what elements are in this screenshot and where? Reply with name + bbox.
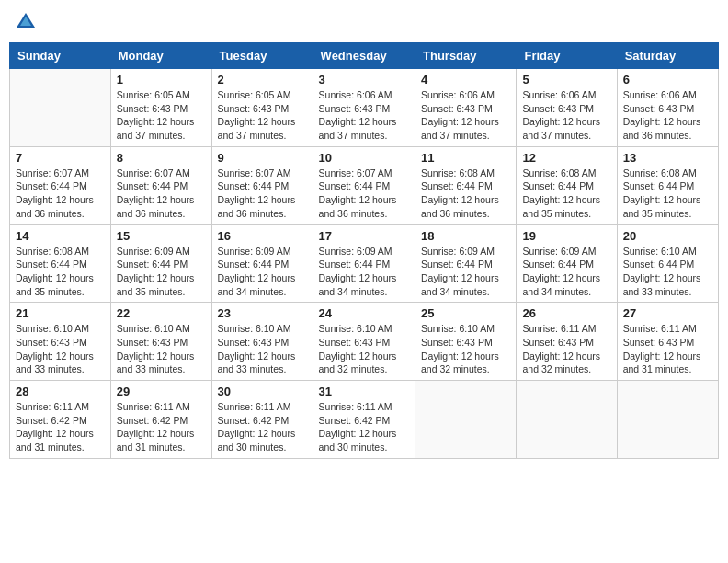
calendar-cell: 13Sunrise: 6:08 AM Sunset: 6:44 PM Dayli… bbox=[617, 146, 718, 224]
day-number: 31 bbox=[319, 385, 409, 398]
day-info: Sunrise: 6:10 AM Sunset: 6:43 PM Dayligh… bbox=[218, 322, 307, 376]
calendar-cell bbox=[617, 381, 718, 459]
day-info: Sunrise: 6:07 AM Sunset: 6:44 PM Dayligh… bbox=[117, 167, 206, 221]
day-number: 16 bbox=[218, 229, 307, 243]
day-info: Sunrise: 6:06 AM Sunset: 6:43 PM Dayligh… bbox=[623, 88, 712, 143]
day-info: Sunrise: 6:10 AM Sunset: 6:43 PM Dayligh… bbox=[319, 322, 409, 376]
day-number: 15 bbox=[117, 229, 206, 243]
day-number: 21 bbox=[16, 306, 105, 320]
day-info: Sunrise: 6:09 AM Sunset: 6:44 PM Dayligh… bbox=[117, 245, 206, 299]
day-info: Sunrise: 6:11 AM Sunset: 6:43 PM Dayligh… bbox=[623, 322, 712, 376]
calendar-cell: 10Sunrise: 6:07 AM Sunset: 6:44 PM Dayli… bbox=[313, 146, 415, 224]
calendar-cell: 11Sunrise: 6:08 AM Sunset: 6:44 PM Dayli… bbox=[415, 146, 517, 224]
day-number: 3 bbox=[319, 73, 409, 86]
day-number: 5 bbox=[522, 73, 610, 86]
day-number: 24 bbox=[319, 306, 409, 320]
calendar-cell: 7Sunrise: 6:07 AM Sunset: 6:44 PM Daylig… bbox=[10, 146, 111, 224]
calendar-cell: 15Sunrise: 6:09 AM Sunset: 6:44 PM Dayli… bbox=[110, 224, 211, 303]
day-number: 6 bbox=[623, 73, 712, 86]
weekday-header-friday: Friday bbox=[517, 43, 617, 69]
calendar-cell: 8Sunrise: 6:07 AM Sunset: 6:44 PM Daylig… bbox=[110, 146, 211, 224]
calendar-cell: 1Sunrise: 6:05 AM Sunset: 6:43 PM Daylig… bbox=[110, 69, 211, 147]
day-number: 19 bbox=[522, 229, 610, 243]
day-number: 27 bbox=[623, 306, 712, 320]
weekday-header-row: SundayMondayTuesdayWednesdayThursdayFrid… bbox=[10, 43, 719, 69]
calendar-cell: 12Sunrise: 6:08 AM Sunset: 6:44 PM Dayli… bbox=[517, 146, 617, 224]
calendar-cell: 24Sunrise: 6:10 AM Sunset: 6:43 PM Dayli… bbox=[313, 303, 415, 381]
day-info: Sunrise: 6:08 AM Sunset: 6:44 PM Dayligh… bbox=[421, 167, 510, 221]
weekday-header-saturday: Saturday bbox=[617, 43, 718, 69]
calendar-cell: 17Sunrise: 6:09 AM Sunset: 6:44 PM Dayli… bbox=[313, 224, 415, 303]
day-info: Sunrise: 6:06 AM Sunset: 6:43 PM Dayligh… bbox=[522, 88, 610, 143]
calendar-cell: 26Sunrise: 6:11 AM Sunset: 6:43 PM Dayli… bbox=[517, 303, 617, 381]
day-number: 2 bbox=[218, 73, 307, 86]
week-row-1: 1Sunrise: 6:05 AM Sunset: 6:43 PM Daylig… bbox=[10, 69, 719, 147]
day-info: Sunrise: 6:09 AM Sunset: 6:44 PM Dayligh… bbox=[522, 245, 610, 299]
weekday-header-thursday: Thursday bbox=[415, 43, 517, 69]
day-number: 17 bbox=[319, 229, 409, 243]
week-row-3: 14Sunrise: 6:08 AM Sunset: 6:44 PM Dayli… bbox=[10, 224, 719, 303]
weekday-header-sunday: Sunday bbox=[10, 43, 111, 69]
calendar-cell: 9Sunrise: 6:07 AM Sunset: 6:44 PM Daylig… bbox=[211, 146, 313, 224]
day-number: 25 bbox=[421, 306, 510, 320]
day-number: 13 bbox=[623, 151, 712, 165]
day-number: 23 bbox=[218, 306, 307, 320]
day-number: 30 bbox=[218, 385, 307, 398]
page-header bbox=[9, 9, 719, 35]
calendar-cell: 16Sunrise: 6:09 AM Sunset: 6:44 PM Dayli… bbox=[211, 224, 313, 303]
day-info: Sunrise: 6:08 AM Sunset: 6:44 PM Dayligh… bbox=[623, 167, 712, 221]
day-number: 11 bbox=[421, 151, 510, 165]
calendar: SundayMondayTuesdayWednesdayThursdayFrid… bbox=[9, 42, 719, 459]
week-row-5: 28Sunrise: 6:11 AM Sunset: 6:42 PM Dayli… bbox=[10, 381, 719, 459]
day-number: 29 bbox=[117, 385, 206, 398]
day-info: Sunrise: 6:10 AM Sunset: 6:43 PM Dayligh… bbox=[16, 322, 105, 376]
calendar-cell: 30Sunrise: 6:11 AM Sunset: 6:42 PM Dayli… bbox=[211, 381, 313, 459]
calendar-cell bbox=[415, 381, 517, 459]
day-info: Sunrise: 6:10 AM Sunset: 6:43 PM Dayligh… bbox=[117, 322, 206, 376]
day-info: Sunrise: 6:06 AM Sunset: 6:43 PM Dayligh… bbox=[319, 88, 409, 143]
day-number: 14 bbox=[16, 229, 105, 243]
day-info: Sunrise: 6:11 AM Sunset: 6:42 PM Dayligh… bbox=[218, 400, 307, 454]
calendar-cell: 20Sunrise: 6:10 AM Sunset: 6:44 PM Dayli… bbox=[617, 224, 718, 303]
day-info: Sunrise: 6:05 AM Sunset: 6:43 PM Dayligh… bbox=[117, 88, 206, 143]
calendar-cell bbox=[10, 69, 111, 147]
calendar-cell: 21Sunrise: 6:10 AM Sunset: 6:43 PM Dayli… bbox=[10, 303, 111, 381]
calendar-cell: 5Sunrise: 6:06 AM Sunset: 6:43 PM Daylig… bbox=[517, 69, 617, 147]
day-number: 10 bbox=[319, 151, 409, 165]
weekday-header-monday: Monday bbox=[110, 43, 211, 69]
logo bbox=[13, 9, 42, 35]
day-info: Sunrise: 6:10 AM Sunset: 6:43 PM Dayligh… bbox=[421, 322, 510, 376]
week-row-2: 7Sunrise: 6:07 AM Sunset: 6:44 PM Daylig… bbox=[10, 146, 719, 224]
day-info: Sunrise: 6:11 AM Sunset: 6:42 PM Dayligh… bbox=[16, 400, 105, 454]
day-info: Sunrise: 6:11 AM Sunset: 6:42 PM Dayligh… bbox=[117, 400, 206, 454]
day-info: Sunrise: 6:08 AM Sunset: 6:44 PM Dayligh… bbox=[16, 245, 105, 299]
day-number: 1 bbox=[117, 73, 206, 86]
calendar-cell: 31Sunrise: 6:11 AM Sunset: 6:42 PM Dayli… bbox=[313, 381, 415, 459]
calendar-cell: 25Sunrise: 6:10 AM Sunset: 6:43 PM Dayli… bbox=[415, 303, 517, 381]
day-number: 8 bbox=[117, 151, 206, 165]
day-number: 12 bbox=[522, 151, 610, 165]
calendar-cell: 4Sunrise: 6:06 AM Sunset: 6:43 PM Daylig… bbox=[415, 69, 517, 147]
day-number: 9 bbox=[218, 151, 307, 165]
calendar-cell: 23Sunrise: 6:10 AM Sunset: 6:43 PM Dayli… bbox=[211, 303, 313, 381]
calendar-cell: 6Sunrise: 6:06 AM Sunset: 6:43 PM Daylig… bbox=[617, 69, 718, 147]
day-number: 7 bbox=[16, 151, 105, 165]
weekday-header-wednesday: Wednesday bbox=[313, 43, 415, 69]
day-number: 28 bbox=[16, 385, 105, 398]
day-info: Sunrise: 6:06 AM Sunset: 6:43 PM Dayligh… bbox=[421, 88, 510, 143]
day-info: Sunrise: 6:09 AM Sunset: 6:44 PM Dayligh… bbox=[319, 245, 409, 299]
day-info: Sunrise: 6:07 AM Sunset: 6:44 PM Dayligh… bbox=[218, 167, 307, 221]
day-info: Sunrise: 6:11 AM Sunset: 6:42 PM Dayligh… bbox=[319, 400, 409, 454]
calendar-cell: 27Sunrise: 6:11 AM Sunset: 6:43 PM Dayli… bbox=[617, 303, 718, 381]
calendar-cell: 28Sunrise: 6:11 AM Sunset: 6:42 PM Dayli… bbox=[10, 381, 111, 459]
day-info: Sunrise: 6:10 AM Sunset: 6:44 PM Dayligh… bbox=[623, 245, 712, 299]
calendar-cell: 18Sunrise: 6:09 AM Sunset: 6:44 PM Dayli… bbox=[415, 224, 517, 303]
day-info: Sunrise: 6:08 AM Sunset: 6:44 PM Dayligh… bbox=[522, 167, 610, 221]
day-info: Sunrise: 6:07 AM Sunset: 6:44 PM Dayligh… bbox=[16, 167, 105, 221]
day-number: 20 bbox=[623, 229, 712, 243]
day-number: 22 bbox=[117, 306, 206, 320]
calendar-cell: 29Sunrise: 6:11 AM Sunset: 6:42 PM Dayli… bbox=[110, 381, 211, 459]
day-info: Sunrise: 6:11 AM Sunset: 6:43 PM Dayligh… bbox=[522, 322, 610, 376]
week-row-4: 21Sunrise: 6:10 AM Sunset: 6:43 PM Dayli… bbox=[10, 303, 719, 381]
day-info: Sunrise: 6:09 AM Sunset: 6:44 PM Dayligh… bbox=[218, 245, 307, 299]
